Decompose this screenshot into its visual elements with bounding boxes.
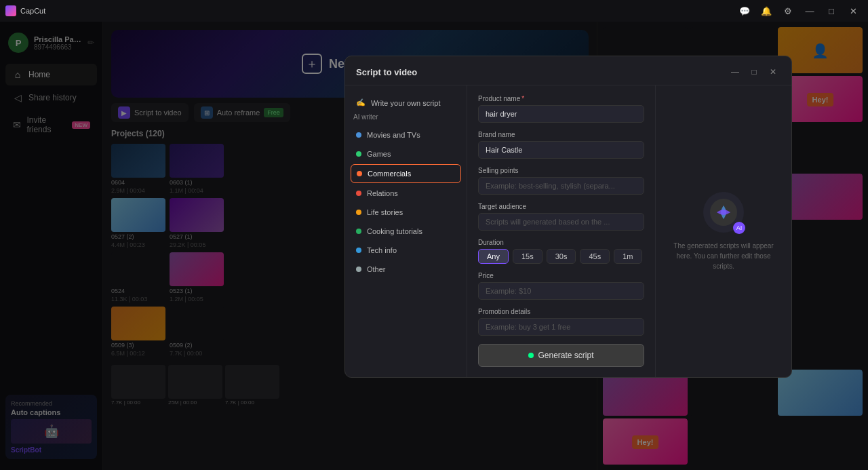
gemini-svg xyxy=(714,203,733,222)
modal-title: Script to video xyxy=(356,67,417,77)
selling-points-input[interactable] xyxy=(478,177,644,195)
selling-points-label: Selling points xyxy=(478,167,644,174)
duration-any[interactable]: Any xyxy=(478,249,509,264)
menu-item-movies-tvs[interactable]: Movies and TVs xyxy=(351,126,461,144)
life-stories-dot xyxy=(356,210,361,215)
price-group: Price xyxy=(478,272,644,300)
menu-item-life-stories[interactable]: Life stories xyxy=(351,203,461,221)
product-name-input[interactable] xyxy=(478,105,644,123)
notifications-button[interactable]: 🔔 xyxy=(757,1,776,20)
modal-controls: — □ ✕ xyxy=(728,64,781,79)
settings-button[interactable]: ⚙ xyxy=(778,1,797,20)
price-label: Price xyxy=(478,272,644,279)
generate-btn-label: Generate script xyxy=(538,351,593,360)
menu-label-movies-tvs: Movies and TVs xyxy=(367,131,420,139)
duration-15s[interactable]: 15s xyxy=(513,249,542,264)
menu-item-cooking[interactable]: Cooking tutorials xyxy=(351,222,461,240)
write-own-script-item[interactable]: ✍ Write your own script xyxy=(351,94,461,112)
menu-label-cooking: Cooking tutorials xyxy=(367,227,422,235)
generate-script-button[interactable]: Generate script xyxy=(478,344,644,367)
ai-writer-section-title: AI writer xyxy=(351,113,461,121)
titlebar: CapCut 💬 🔔 ⚙ — □ ✕ xyxy=(0,0,868,22)
modal-close-button[interactable]: ✕ xyxy=(766,64,781,79)
price-input[interactable] xyxy=(478,282,644,300)
generate-dot-icon xyxy=(528,353,534,358)
menu-label-tech: Tech info xyxy=(367,246,397,254)
modal-sidebar: ✍ Write your own script AI writer Movies… xyxy=(345,85,467,377)
menu-item-relations[interactable]: Relations xyxy=(351,184,461,202)
ai-preview-icon: AI xyxy=(703,192,744,233)
product-name-group: Product name * xyxy=(478,95,644,123)
menu-item-other[interactable]: Other xyxy=(351,260,461,278)
selling-points-group: Selling points xyxy=(478,167,644,195)
maximize-button[interactable]: □ xyxy=(822,1,841,20)
duration-1m[interactable]: 1m xyxy=(614,249,642,264)
script-to-video-modal: Script to video — □ ✕ ✍ Write your own s… xyxy=(344,56,792,378)
menu-item-games[interactable]: Games xyxy=(351,145,461,163)
write-own-label: Write your own script xyxy=(371,99,441,107)
message-button[interactable]: 💬 xyxy=(735,1,754,20)
brand-name-group: Brand name xyxy=(478,131,644,159)
close-button[interactable]: ✕ xyxy=(844,1,863,20)
preview-placeholder-text: The generated scripts will appear here. … xyxy=(667,241,781,271)
modal-maximize-button[interactable]: □ xyxy=(747,64,762,79)
modal-form: Product name * Brand name Selling points… xyxy=(467,85,656,377)
ai-inner-icon xyxy=(710,199,737,226)
cooking-dot xyxy=(356,229,361,234)
minimize-button[interactable]: — xyxy=(800,1,819,20)
menu-label-life-stories: Life stories xyxy=(367,208,403,216)
games-dot xyxy=(356,151,361,157)
ai-badge: AI xyxy=(733,222,745,234)
app-title: CapCut xyxy=(20,7,45,15)
promotion-group: Promotion details xyxy=(478,308,644,336)
other-dot xyxy=(356,267,361,272)
titlebar-controls: 💬 🔔 ⚙ — □ ✕ xyxy=(735,1,863,20)
promotion-input[interactable] xyxy=(478,318,644,336)
menu-label-commercials: Commercials xyxy=(368,170,411,178)
duration-45s[interactable]: 45s xyxy=(580,249,610,264)
target-audience-input[interactable] xyxy=(478,213,644,231)
target-audience-group: Target audience xyxy=(478,203,644,231)
menu-label-other: Other xyxy=(367,265,386,273)
menu-item-commercials[interactable]: Commercials xyxy=(351,164,461,183)
movies-dot xyxy=(356,132,361,138)
write-icon: ✍ xyxy=(356,98,366,107)
modal-titlebar: Script to video — □ ✕ xyxy=(345,56,791,85)
commercials-dot xyxy=(357,171,362,176)
modal-overlay: Script to video — □ ✕ ✍ Write your own s… xyxy=(0,22,868,470)
duration-label: Duration xyxy=(478,239,644,246)
app-logo-icon xyxy=(5,5,16,16)
required-asterisk: * xyxy=(521,95,524,102)
duration-group: Duration Any 15s 30s 45s 1m xyxy=(478,239,644,264)
menu-item-tech[interactable]: Tech info xyxy=(351,241,461,259)
target-audience-label: Target audience xyxy=(478,203,644,210)
tech-dot xyxy=(356,248,361,253)
menu-label-games: Games xyxy=(367,150,391,158)
duration-30s[interactable]: 30s xyxy=(547,249,576,264)
menu-label-relations: Relations xyxy=(367,189,398,197)
duration-options: Any 15s 30s 45s 1m xyxy=(478,249,644,264)
relations-dot xyxy=(356,191,361,196)
promotion-label: Promotion details xyxy=(478,308,644,315)
titlebar-left: CapCut xyxy=(5,5,45,16)
modal-preview: AI The generated scripts will appear her… xyxy=(656,85,791,377)
brand-name-input[interactable] xyxy=(478,141,644,159)
modal-body: ✍ Write your own script AI writer Movies… xyxy=(345,85,791,377)
brand-name-label: Brand name xyxy=(478,131,644,138)
product-name-label: Product name * xyxy=(478,95,644,102)
modal-minimize-button[interactable]: — xyxy=(728,64,743,79)
